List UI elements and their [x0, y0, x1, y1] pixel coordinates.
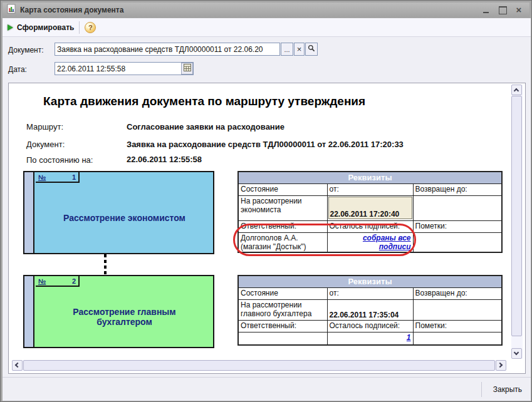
footer-separator: [481, 382, 482, 397]
report-document-value: Заявка на расходование средств ТДЛ000000…: [127, 140, 404, 149]
title-bar: Карта состояния документа ×: [3, 3, 529, 18]
scroll-up-button[interactable]: [511, 85, 522, 95]
scroll-right-button[interactable]: [496, 360, 506, 371]
from-label: от:: [327, 287, 413, 299]
window-body: Сформировать ? Документ: Заявка на расхо…: [3, 18, 531, 401]
responsible-label: Ответственный:: [238, 220, 327, 232]
report-document-label: Документ:: [26, 140, 65, 149]
chevron-up-icon: [514, 88, 519, 93]
from-value-cell: 22.06.2011 17:20:40: [327, 195, 413, 220]
number-sign: №: [38, 173, 46, 181]
route-label: Маршрут:: [26, 122, 63, 131]
date-field[interactable]: 22.06.2011 12:55:58: [55, 62, 194, 75]
from-value: 22.06.2011 17:35:04: [327, 299, 413, 320]
calendar-icon: [184, 65, 191, 73]
document-choose-button[interactable]: ...: [281, 43, 293, 56]
notes-label: Пометки:: [413, 220, 502, 232]
document-status-window: Карта состояния документа × Сформировать…: [0, 0, 532, 402]
report-panel: Карта движения документа по маршруту утв…: [8, 83, 526, 374]
document-field-label: Документ:: [8, 46, 44, 54]
asof-label: По состоянию на:: [26, 155, 93, 165]
notes-value: [413, 232, 502, 252]
from-value: 22.06.2011 17:20:40: [328, 197, 412, 219]
stage-block-1-strip: [24, 172, 34, 253]
responsible-label: Ответственный:: [238, 320, 327, 332]
signs-left-label: Осталось подписей:: [327, 220, 413, 232]
table-header: Реквизиты: [238, 276, 502, 287]
notes-label: Пометки:: [413, 320, 502, 332]
horizontal-scrollbar[interactable]: [12, 360, 506, 371]
play-icon: [8, 24, 13, 31]
from-label: от:: [327, 183, 413, 195]
responsible-value: [238, 332, 327, 345]
state-label: Состояние: [238, 287, 327, 299]
generate-label: Сформировать: [17, 23, 74, 32]
toolbar: Сформировать ?: [3, 18, 531, 37]
minimize-icon[interactable]: [482, 6, 491, 14]
stage-block-2-strip: [24, 276, 34, 347]
returned-label: Возвращен до:: [413, 287, 502, 299]
stage-block-2-title: Рассмотрение главным бухгалтером: [36, 287, 213, 347]
scroll-left-button[interactable]: [12, 360, 23, 371]
number-sign: №: [38, 277, 46, 285]
signs-left-label: Осталось подписей:: [327, 320, 413, 332]
help-icon[interactable]: ?: [85, 22, 96, 33]
asof-value: 22.06.2011 12:55:58: [127, 155, 202, 164]
window-title: Карта состояния документа: [20, 6, 478, 14]
maximize-icon[interactable]: [498, 6, 507, 14]
date-field-label: Дата:: [8, 65, 27, 74]
stage-block-1-numbox: № 1: [36, 172, 80, 183]
signs-left-cell: 1: [327, 332, 413, 345]
returned-label: Возвращен до:: [413, 183, 502, 195]
stage-block-1: № 1 Рассмотрение экономистом: [23, 171, 214, 254]
report-title: Карта движения документа по маршруту утв…: [43, 95, 365, 108]
document-clear-button[interactable]: ×: [294, 43, 305, 56]
toolbar-separator: [79, 21, 80, 34]
stage-block-2: № 2 Рассмотрение главным бухгалтером: [23, 275, 214, 348]
generate-button[interactable]: Сформировать: [8, 23, 74, 32]
document-field[interactable]: Заявка на расходование средств ТДЛ000000…: [55, 43, 280, 56]
stage-block-2-numbox: № 2: [36, 276, 80, 287]
state-label: Состояние: [238, 183, 327, 195]
scroll-down-button[interactable]: [511, 348, 522, 359]
signs-left-link[interactable]: 1: [407, 333, 411, 342]
report-icon: [6, 4, 16, 16]
calendar-button[interactable]: [181, 63, 193, 75]
notes-value: [413, 332, 502, 345]
close-icon[interactable]: ×: [514, 6, 523, 14]
responsible-value: Долгополов А.А. (магазин "Достык"): [238, 232, 327, 252]
footer-bar: Закрыть: [3, 377, 531, 401]
stage-number: 1: [72, 173, 76, 181]
magnifier-icon: [308, 46, 315, 53]
chevron-down-icon: [514, 350, 519, 355]
returned-value: [413, 299, 502, 320]
document-search-button[interactable]: [305, 43, 318, 56]
vertical-scroll-thumb[interactable]: [511, 96, 522, 336]
route-value: Согласование заявки на расходование: [127, 122, 284, 131]
stage-block-1-title: Рассмотрение экономистом: [36, 183, 213, 253]
table-header: Реквизиты: [238, 172, 502, 183]
state-value: На рассмотрении главного бухгалтера: [238, 299, 327, 320]
chevron-right-icon: [498, 363, 503, 368]
signs-left-cell: собраны все подписи: [327, 232, 413, 252]
vertical-scrollbar[interactable]: [511, 85, 523, 359]
returned-value: [413, 195, 502, 220]
requisites-table-1: Реквизиты Состояние от: Возвращен до: На…: [237, 171, 503, 253]
requisites-table-2: Реквизиты Состояние от: Возвращен до: На…: [237, 275, 503, 346]
flow-connector: [104, 254, 107, 275]
horizontal-scroll-thumb[interactable]: [23, 360, 495, 371]
stage-number: 2: [72, 277, 76, 285]
chevron-left-icon: [15, 363, 20, 368]
signs-collected-link[interactable]: собраны все подписи: [348, 234, 411, 251]
state-value: На рассмотрении экономиста: [238, 195, 327, 220]
close-button[interactable]: Закрыть: [488, 382, 527, 397]
